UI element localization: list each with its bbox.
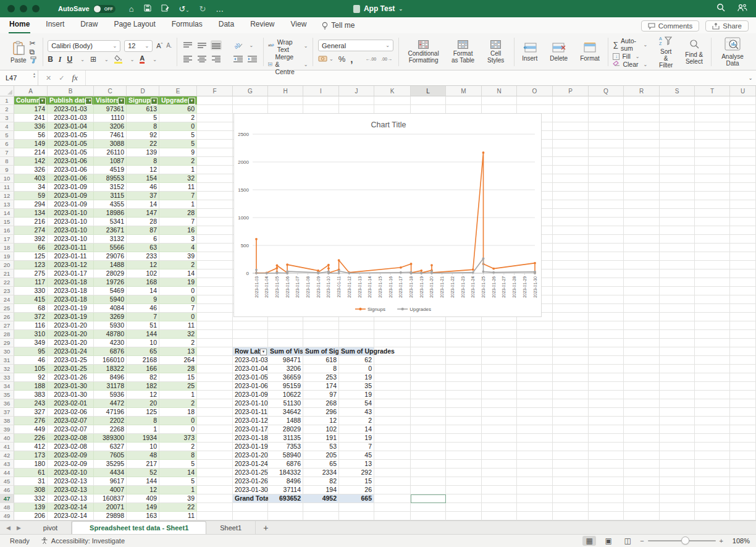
paste-button[interactable]: Paste (7, 40, 30, 65)
row-header-29[interactable]: 29 (0, 339, 14, 347)
cell-c37[interactable]: 47196 (94, 408, 127, 417)
next-sheet-icon[interactable]: ▶ (17, 525, 21, 531)
pivot-row-label[interactable]: 2023-01-20 (233, 451, 268, 460)
autosum-button[interactable]: ∑Auto-sum⌄ (613, 37, 647, 52)
table-header-upgrades[interactable]: Upgrades▼ (159, 96, 197, 105)
page-break-view-button[interactable]: ◫ (621, 536, 634, 546)
format-cells-button[interactable]: Format (577, 41, 603, 63)
pivot-value[interactable]: 14 (339, 425, 374, 434)
cell-c24[interactable]: 5940 (94, 295, 127, 304)
cancel-entry-icon[interactable]: ✕ (46, 74, 51, 82)
cell-d28[interactable]: 144 (127, 330, 159, 339)
cell-b30[interactable]: 2023-01-24 (48, 347, 94, 356)
cell-d27[interactable]: 51 (127, 321, 159, 330)
pivot-row-label[interactable]: 2023-01-04 (233, 365, 268, 373)
pivot-value[interactable]: 28029 (268, 425, 303, 434)
pivot-row-label[interactable]: 2023-01-26 (233, 477, 268, 486)
cell-c27[interactable]: 5930 (94, 321, 127, 330)
cell-b33[interactable]: 2023-01-26 (48, 373, 94, 382)
pivot-value[interactable]: 37114 (268, 486, 303, 494)
cell-e41[interactable]: 2 (159, 443, 197, 451)
cell-c32[interactable]: 18322 (94, 365, 127, 373)
cell-a33[interactable]: 92 (14, 373, 48, 382)
row-header-44[interactable]: 44 (0, 469, 14, 477)
cell-a46[interactable]: 308 (14, 486, 48, 494)
cell-a29[interactable]: 349 (14, 339, 48, 347)
row-header-37[interactable]: 37 (0, 408, 14, 417)
column-header-J[interactable]: J (339, 86, 374, 96)
undo-icon[interactable]: ↺⌄ (179, 4, 190, 14)
column-header-G[interactable]: G (233, 86, 268, 96)
pivot-value[interactable]: 618 (303, 356, 339, 365)
cell-e16[interactable]: 16 (159, 226, 197, 235)
cell-d35[interactable]: 12 (127, 391, 159, 399)
row-header-5[interactable]: 5 (0, 131, 14, 140)
cell-d15[interactable]: 28 (127, 218, 159, 226)
ribbon-tab-home[interactable]: Home (9, 17, 30, 33)
column-header-L[interactable]: L (411, 86, 446, 96)
underline-button[interactable]: U (67, 55, 73, 64)
cell-d30[interactable]: 65 (127, 347, 159, 356)
cell-b8[interactable]: 2023-01-06 (48, 157, 94, 166)
cell-e30[interactable]: 13 (159, 347, 197, 356)
cell-d6[interactable]: 22 (127, 140, 159, 148)
share-people-icon[interactable] (737, 3, 747, 14)
column-header-N[interactable]: N (482, 86, 517, 96)
row-header-17[interactable]: 17 (0, 235, 14, 244)
row-header-4[interactable]: 4 (0, 122, 14, 131)
cell-c13[interactable]: 4355 (94, 200, 127, 209)
close-window-icon[interactable] (7, 5, 15, 12)
pivot-value[interactable]: 98471 (268, 356, 303, 365)
row-header-31[interactable]: 31 (0, 356, 14, 365)
save-icon[interactable] (144, 4, 151, 14)
column-header-P[interactable]: P (553, 86, 589, 96)
sheet-tab-sheet1[interactable]: Sheet1 (206, 521, 256, 534)
delete-cells-button[interactable]: Delete (547, 41, 571, 63)
cell-d24[interactable]: 9 (127, 295, 159, 304)
redo-icon[interactable]: ↻ (199, 4, 206, 14)
pivot-value[interactable]: 45 (339, 451, 374, 460)
cell-c10[interactable]: 89553 (94, 174, 127, 183)
cell-c8[interactable]: 1087 (94, 157, 127, 166)
cell-e17[interactable]: 3 (159, 235, 197, 244)
cell-c3[interactable]: 1110 (94, 114, 127, 122)
pivot-value[interactable]: 194 (303, 486, 339, 494)
pivot-header-row-labels[interactable]: Row Labels▼ (233, 347, 268, 356)
pivot-grand-total-value[interactable]: 4952 (303, 494, 339, 503)
cell-c25[interactable]: 4084 (94, 304, 127, 313)
formula-bar-expand-icon[interactable]: ⌄ (745, 75, 756, 81)
row-header-1[interactable]: 1 (0, 96, 14, 105)
cell-c49[interactable]: 29898 (94, 512, 127, 520)
cell-d42[interactable]: 48 (127, 451, 159, 460)
pivot-header-sum-of-visitors[interactable]: Sum of Visitors (268, 347, 303, 356)
cell-d32[interactable]: 166 (127, 365, 159, 373)
row-header-16[interactable]: 16 (0, 226, 14, 235)
cell-d17[interactable]: 6 (127, 235, 159, 244)
row-header-33[interactable]: 33 (0, 373, 14, 382)
decrease-font-icon[interactable]: Aˇ (166, 42, 172, 50)
fill-color-icon[interactable] (114, 55, 122, 64)
cell-c44[interactable]: 4434 (94, 469, 127, 477)
row-header-34[interactable]: 34 (0, 382, 14, 391)
column-header-H[interactable]: H (268, 86, 303, 96)
cell-a22[interactable]: 117 (14, 278, 48, 287)
pivot-value[interactable]: 3206 (268, 365, 303, 373)
cell-e42[interactable]: 8 (159, 451, 197, 460)
sheet-tab-pivot[interactable]: pivot (30, 521, 72, 534)
cell-c12[interactable]: 3115 (94, 192, 127, 200)
cell-b48[interactable]: 2023-02-14 (48, 503, 94, 512)
cell-d14[interactable]: 147 (127, 209, 159, 218)
cell-c36[interactable]: 4472 (94, 399, 127, 408)
pivot-value[interactable]: 8496 (268, 477, 303, 486)
column-header-I[interactable]: I (303, 86, 339, 96)
row-header-43[interactable]: 43 (0, 460, 14, 469)
cell-c48[interactable]: 20071 (94, 503, 127, 512)
cell-e18[interactable]: 4 (159, 244, 197, 252)
cell-e45[interactable]: 5 (159, 477, 197, 486)
filter-dropdown-icon[interactable]: ▼ (118, 98, 125, 104)
pivot-value[interactable]: 0 (339, 365, 374, 373)
cell-e11[interactable]: 11 (159, 183, 197, 192)
borders-icon[interactable]: ⊞ (90, 55, 96, 64)
cell-d20[interactable]: 12 (127, 261, 159, 269)
cell-a23[interactable]: 330 (14, 287, 48, 295)
